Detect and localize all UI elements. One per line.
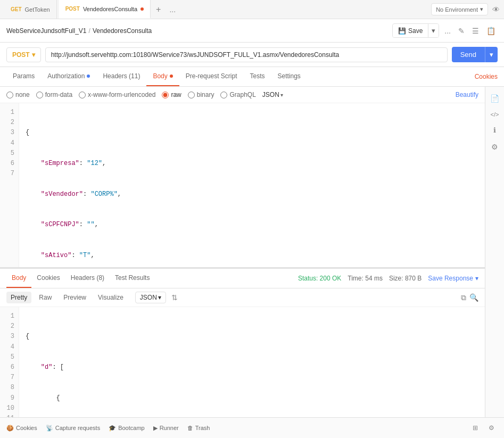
tab-method-get: GET — [11, 6, 22, 12]
response-tab-cookies[interactable]: Cookies — [31, 269, 65, 288]
tab-headers[interactable]: Headers (11) — [96, 67, 146, 86]
response-code-content: { "d": [ { "__type": "wsJUNDSOFT_FULL_V1… — [19, 307, 485, 417]
tab-method-post: POST — [65, 6, 80, 12]
bottom-cookies[interactable]: 🍪 Cookies — [6, 425, 37, 432]
tab-tests[interactable]: Tests — [243, 67, 271, 86]
send-group: Send ▾ — [452, 47, 498, 62]
bottom-bar: 🍪 Cookies 📡 Capture requests 🎓 Bootcamp … — [0, 417, 504, 438]
save-dropdown-button[interactable]: ▾ — [428, 24, 439, 37]
response-code-editor: 1 2 3 4 5 6 7 8 9 10 11 12 13 — [0, 307, 485, 417]
tab-params[interactable]: Params — [6, 67, 41, 86]
edit-button[interactable]: ✎ — [456, 24, 467, 37]
body-type-urlencoded[interactable]: x-www-form-urlencoded — [79, 91, 155, 98]
format-tab-preview[interactable]: Preview — [59, 292, 90, 303]
tab-dot — [141, 7, 144, 11]
json-format-arrow: ▾ — [280, 92, 283, 98]
eye-button[interactable]: 👁 — [492, 5, 500, 14]
tab-bar-right: No Environment ▾ 👁 — [431, 3, 500, 15]
body-type-graphql[interactable]: GraphQL — [220, 91, 255, 98]
bottom-runner[interactable]: ▶ Runner — [153, 425, 179, 432]
cookies-link[interactable]: Cookies — [475, 73, 498, 80]
cookies-label: Cookies — [16, 425, 37, 431]
header-bar: WebServiceJundsoftFull_V1 / VendedoresCo… — [0, 19, 504, 43]
method-arrow: ▾ — [32, 51, 35, 59]
save-button-group: 💾 Save ▾ — [392, 23, 439, 38]
body-type-binary[interactable]: binary — [188, 91, 214, 98]
bottom-settings-button[interactable]: ⚙ — [485, 421, 498, 435]
copy-button[interactable]: ⧉ — [461, 293, 466, 302]
format-tab-preview-label: Preview — [63, 294, 86, 301]
tab-gettoken[interactable]: GET GetToken — [4, 0, 57, 19]
sub-nav: Params Authorization Headers (11) Body P… — [0, 67, 504, 87]
request-editor[interactable]: 1 2 3 4 5 6 7 { "sEmpresa": "12", "sVend — [0, 103, 485, 267]
tab-vendedores[interactable]: POST VendedoresConsulta — [59, 0, 151, 19]
response-tab-cookies-label: Cookies — [37, 274, 60, 282]
response-tab-test-results[interactable]: Test Results — [110, 269, 155, 288]
environment-selector[interactable]: No Environment ▾ — [431, 3, 488, 15]
send-dropdown-button[interactable]: ▾ — [485, 47, 498, 62]
tab-authorization[interactable]: Authorization — [41, 67, 96, 86]
bootcamp-label: Bootcamp — [118, 425, 145, 431]
tab-body-dot — [170, 75, 173, 78]
save-icon: 💾 — [398, 27, 406, 35]
body-type-bar: none form-data x-www-form-urlencoded raw… — [0, 87, 485, 103]
response-format-bar: Pretty Raw Preview Visualize JSON ▾ ⇅ ⧉ … — [0, 288, 485, 307]
response-section: Body Cookies Headers (8) Test Results St… — [0, 268, 485, 417]
format-tab-visualize[interactable]: Visualize — [94, 292, 128, 303]
tab-more-button[interactable]: ... — [166, 5, 179, 14]
info-icon-button[interactable]: ℹ — [490, 123, 499, 137]
api-icon-button[interactable]: 📄 — [487, 91, 502, 106]
format-tab-raw[interactable]: Raw — [35, 292, 56, 303]
format-tab-pretty-label: Pretty — [11, 294, 27, 301]
body-type-raw[interactable]: raw — [162, 91, 181, 98]
code-editor-request[interactable]: 1 2 3 4 5 6 7 { "sEmpresa": "12", "sVend — [0, 103, 485, 267]
code-icon-button[interactable]: </> — [488, 108, 502, 121]
tab-add-button[interactable]: + — [153, 5, 164, 14]
search-button[interactable]: 🔍 — [469, 293, 478, 302]
gear-icon-button[interactable]: ⚙ — [488, 139, 501, 154]
cookies-icon: 🍪 — [6, 425, 14, 432]
tab-body-label: Body — [153, 72, 167, 80]
doc-button[interactable]: 📋 — [484, 24, 498, 37]
request-area: none form-data x-www-form-urlencoded raw… — [0, 87, 485, 268]
filter-button[interactable]: ⇅ — [171, 293, 178, 302]
save-response-label: Save Response — [428, 275, 473, 282]
url-input[interactable] — [45, 47, 448, 62]
tab-settings[interactable]: Settings — [271, 67, 307, 86]
response-status-bar: Status: 200 OK Time: 54 ms Size: 870 B S… — [298, 275, 478, 282]
line-numbers-response: 1 2 3 4 5 6 7 8 9 10 11 12 13 — [0, 307, 19, 417]
tab-settings-label: Settings — [278, 72, 301, 80]
env-arrow: ▾ — [480, 6, 483, 13]
beautify-button[interactable]: Beautify — [456, 91, 478, 98]
response-tab-headers[interactable]: Headers (8) — [65, 269, 110, 288]
tab-pre-request[interactable]: Pre-request Script — [179, 67, 244, 86]
save-response-button[interactable]: Save Response ▾ — [428, 275, 478, 282]
more-options-button[interactable]: ... — [442, 24, 453, 37]
content-area: none form-data x-www-form-urlencoded raw… — [0, 87, 485, 417]
response-format-selector[interactable]: JSON ▾ — [135, 292, 166, 303]
tab-pre-request-label: Pre-request Script — [186, 72, 237, 80]
body-type-form-data[interactable]: form-data — [36, 91, 72, 98]
bottom-capture[interactable]: 📡 Capture requests — [46, 425, 100, 432]
format-tab-pretty[interactable]: Pretty — [6, 292, 31, 303]
response-tab-body[interactable]: Body — [6, 269, 31, 288]
bottom-bootcamp[interactable]: 🎓 Bootcamp — [109, 425, 145, 432]
method-label: POST — [12, 51, 30, 59]
line-numbers-request: 1 2 3 4 5 6 7 — [0, 103, 19, 267]
response-tab-headers-label: Headers (8) — [71, 274, 104, 282]
method-selector[interactable]: POST ▾ — [6, 47, 41, 62]
comment-button[interactable]: ☰ — [470, 24, 481, 37]
format-tab-raw-label: Raw — [39, 294, 52, 301]
bottom-grid-button[interactable]: ⊞ — [469, 421, 481, 435]
breadcrumb-parent: WebServiceJundsoftFull_V1 — [6, 27, 87, 35]
response-tab-test-results-label: Test Results — [115, 274, 150, 282]
response-tab-body-label: Body — [12, 274, 26, 282]
tab-authorization-dot — [87, 75, 90, 78]
json-format-selector[interactable]: JSON ▾ — [262, 91, 283, 98]
body-type-none[interactable]: none — [6, 91, 30, 98]
tab-body[interactable]: Body — [146, 67, 179, 86]
bottom-trash[interactable]: 🗑 Trash — [187, 425, 210, 431]
code-content-request: { "sEmpresa": "12", "sVendedor": "CORP%"… — [19, 103, 485, 267]
save-button[interactable]: 💾 Save — [393, 24, 428, 37]
send-button[interactable]: Send — [452, 47, 485, 62]
